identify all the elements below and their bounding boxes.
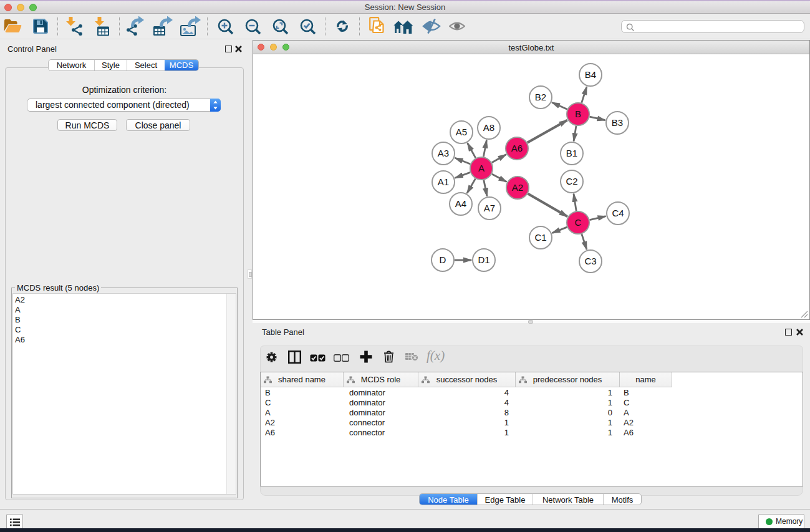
svg-text:C1: C1	[534, 232, 546, 243]
svg-text:A2: A2	[512, 182, 523, 193]
svg-text:D1: D1	[478, 254, 489, 265]
svg-text:C: C	[575, 217, 582, 228]
svg-text:B3: B3	[612, 117, 623, 128]
svg-text:C2: C2	[566, 176, 577, 186]
svg-text:A3: A3	[438, 148, 449, 158]
svg-text:A4: A4	[455, 198, 466, 209]
svg-text:B2: B2	[535, 92, 546, 102]
svg-text:A: A	[478, 163, 485, 173]
svg-text:A5: A5	[456, 127, 467, 137]
svg-text:A8: A8	[483, 122, 494, 133]
svg-text:A6: A6	[511, 143, 523, 153]
svg-text:A7: A7	[484, 203, 495, 213]
svg-text:C3: C3	[584, 256, 596, 266]
svg-text:B: B	[575, 109, 581, 119]
svg-text:C4: C4	[612, 208, 624, 218]
svg-text:B1: B1	[566, 148, 577, 158]
svg-text:B4: B4	[585, 69, 596, 80]
svg-text:D: D	[440, 254, 446, 265]
svg-text:A1: A1	[438, 177, 449, 187]
